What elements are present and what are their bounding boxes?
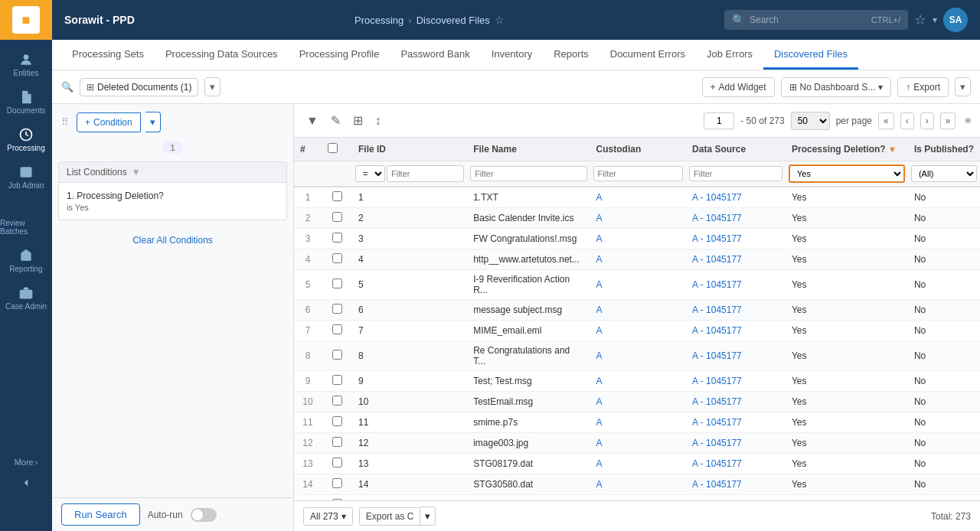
grid-options-icon[interactable]: ≡	[965, 115, 971, 126]
custodian-link[interactable]: A	[596, 376, 603, 386]
custodian-link[interactable]: A	[596, 192, 603, 203]
row-checkbox[interactable]	[332, 416, 342, 426]
data-source-link[interactable]: A - 1045177	[692, 417, 742, 428]
add-condition-button[interactable]: + Condition	[77, 112, 141, 132]
filter-processing-deletion-select[interactable]: Yes No (All)	[789, 165, 905, 183]
edit-toolbar-icon[interactable]: ✎	[328, 112, 344, 129]
row-checkbox-cell[interactable]	[322, 412, 352, 433]
tab-discovered-files[interactable]: Discovered Files	[763, 40, 858, 70]
custodian-link[interactable]: A	[596, 325, 603, 336]
row-checkbox-cell[interactable]	[322, 208, 352, 229]
all-select-button[interactable]: All 273 ▾	[303, 507, 353, 526]
row-checkbox[interactable]	[332, 458, 342, 467]
sidebar-item-processing[interactable]: Processing	[0, 121, 52, 158]
last-page-button[interactable]: »	[940, 112, 956, 129]
data-source-link[interactable]: A - 1045177	[692, 279, 742, 290]
custodian-link[interactable]: A	[596, 233, 603, 244]
row-checkbox[interactable]	[332, 212, 342, 222]
tab-reports[interactable]: Reports	[543, 40, 599, 70]
chevron-down-icon[interactable]: ▾	[933, 15, 937, 25]
data-source-link[interactable]: A - 1045177	[692, 458, 742, 469]
row-checkbox-cell[interactable]	[322, 270, 352, 300]
sidebar-item-documents[interactable]: Documents	[0, 83, 52, 121]
row-checkbox-cell[interactable]	[322, 229, 352, 249]
avatar[interactable]: SA	[943, 8, 968, 32]
tab-password-bank[interactable]: Password Bank	[390, 40, 480, 70]
tab-inventory[interactable]: Inventory	[481, 40, 543, 70]
export-csv-button[interactable]: Export as C	[359, 507, 421, 526]
sidebar-item-entities[interactable]: Entities	[0, 46, 52, 83]
custodian-link[interactable]: A	[596, 213, 603, 223]
row-checkbox-cell[interactable]	[322, 495, 352, 501]
sidebar-item-job-admin[interactable]: Job Admin	[0, 158, 52, 196]
per-page-select[interactable]: 10 25 50 100 200	[791, 112, 830, 130]
custodian-link[interactable]: A	[596, 254, 603, 265]
data-source-link[interactable]: A - 1045177	[692, 350, 742, 361]
row-checkbox-cell[interactable]	[322, 371, 352, 392]
data-source-link[interactable]: A - 1045177	[692, 438, 742, 448]
row-checkbox-cell[interactable]	[322, 341, 352, 371]
row-checkbox-cell[interactable]	[322, 392, 352, 412]
tab-processing-profile[interactable]: Processing Profile	[289, 40, 390, 70]
sidebar-item-review-batches[interactable]: Review Batches	[0, 196, 52, 242]
row-checkbox-cell[interactable]	[322, 433, 352, 454]
row-checkbox[interactable]	[332, 396, 342, 406]
custodian-link[interactable]: A	[596, 417, 603, 428]
filter-file-name-input[interactable]	[470, 166, 586, 181]
select-all-checkbox[interactable]	[328, 143, 338, 153]
row-checkbox[interactable]	[332, 324, 342, 334]
tab-document-errors[interactable]: Document Errors	[599, 40, 696, 70]
custodian-link[interactable]: A	[596, 438, 603, 448]
filter-file-id-input[interactable]	[387, 165, 464, 182]
filter-data-source-input[interactable]	[689, 166, 782, 181]
data-source-link[interactable]: A - 1045177	[692, 254, 742, 265]
filter-tag[interactable]: ⊞ Deleted Documents (1)	[80, 78, 198, 96]
first-page-button[interactable]: «	[878, 112, 894, 129]
search-input[interactable]	[750, 15, 867, 25]
col-checkbox[interactable]	[322, 138, 352, 161]
filter-dropdown-button[interactable]: ▾	[204, 77, 220, 96]
collapse-button[interactable]	[13, 470, 39, 498]
dashboard-button[interactable]: ⊞ No Dashboard S... ▾	[781, 77, 892, 97]
tab-job-errors[interactable]: Job Errors	[696, 40, 763, 70]
data-source-link[interactable]: A - 1045177	[692, 376, 742, 386]
run-search-button[interactable]: Run Search	[61, 503, 140, 526]
row-checkbox[interactable]	[332, 375, 342, 385]
row-checkbox-cell[interactable]	[322, 474, 352, 495]
row-checkbox[interactable]	[332, 437, 342, 447]
app-logo[interactable]: ■	[0, 0, 52, 40]
data-source-link[interactable]: A - 1045177	[692, 213, 742, 223]
export-csv-dropdown[interactable]: ▾	[420, 507, 436, 526]
row-checkbox-cell[interactable]	[322, 454, 352, 474]
page-input[interactable]	[704, 112, 734, 129]
row-checkbox-cell[interactable]	[322, 249, 352, 270]
next-page-button[interactable]: ›	[920, 112, 934, 129]
tab-processing-data-sources[interactable]: Processing Data Sources	[155, 40, 289, 70]
row-checkbox[interactable]	[332, 253, 342, 263]
data-source-link[interactable]: A - 1045177	[692, 192, 742, 203]
filter-custodian-input[interactable]	[593, 166, 683, 181]
sidebar-item-case-admin[interactable]: Case Admin	[0, 279, 52, 317]
custodian-link[interactable]: A	[596, 458, 603, 469]
export-button[interactable]: ↑ Export	[897, 77, 949, 97]
data-source-link[interactable]: A - 1045177	[692, 479, 742, 490]
autorun-toggle[interactable]	[191, 508, 217, 522]
export-dropdown-button[interactable]: ▾	[955, 77, 971, 96]
row-checkbox[interactable]	[332, 478, 342, 488]
custodian-link[interactable]: A	[596, 479, 603, 490]
more-button[interactable]: More ›	[15, 458, 38, 467]
condition-dropdown-button[interactable]: ▾	[145, 112, 161, 132]
data-source-link[interactable]: A - 1045177	[692, 305, 742, 315]
row-checkbox-cell[interactable]	[322, 187, 352, 208]
row-checkbox-cell[interactable]	[322, 300, 352, 321]
data-source-link[interactable]: A - 1045177	[692, 325, 742, 336]
hamburger-icon[interactable]	[18, 501, 34, 519]
filter-toolbar-icon[interactable]: ▼	[303, 112, 322, 129]
filter-processing-deletion-icon[interactable]: ▼	[888, 145, 897, 154]
custodian-link[interactable]: A	[596, 305, 603, 315]
row-checkbox[interactable]	[332, 350, 342, 360]
star-icon[interactable]: ☆	[495, 14, 505, 26]
filter-conditions-icon[interactable]: ▼	[132, 167, 141, 178]
custodian-link[interactable]: A	[596, 279, 603, 290]
tab-processing-sets[interactable]: Processing Sets	[61, 40, 155, 70]
